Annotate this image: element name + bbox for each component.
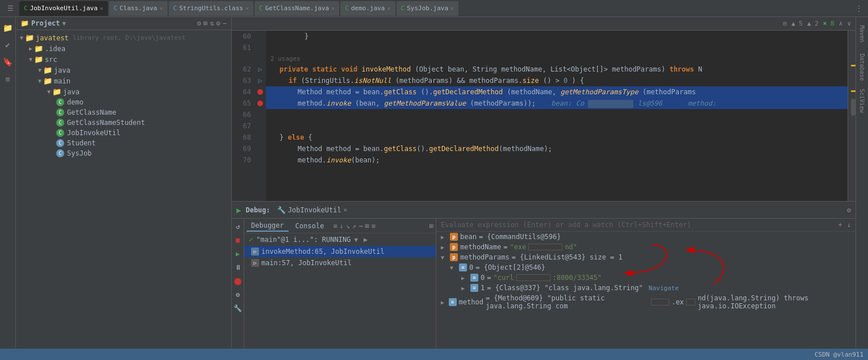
expand-icon[interactable]: ∧ [839, 20, 843, 27]
project-dropdown-icon[interactable]: ▼ [62, 20, 66, 27]
project-icon[interactable]: 📁 [2, 22, 14, 34]
editor-scrollbar[interactable] [848, 31, 856, 201]
tab-close-icon[interactable]: ✕ [245, 5, 249, 11]
debug-pause-icon[interactable]: ⏸ [232, 262, 244, 273]
minus-icon[interactable]: − [223, 19, 227, 27]
tab-class[interactable]: C Class.java ✕ [109, 1, 168, 16]
var-eq-arr0: = {Object[2]@546} [475, 263, 545, 271]
tree-java-top[interactable]: ▼ 📁 java [16, 65, 231, 76]
expand-methodname-icon[interactable]: ▶ [441, 244, 448, 250]
var-methodname[interactable]: ▶ p methodName = "exe nd" [436, 242, 856, 252]
line-num-65: 65 [235, 98, 251, 109]
debug-resume-icon[interactable]: ▶ [232, 248, 244, 259]
breakpoint-65-icon[interactable] [257, 101, 263, 106]
tab-close-icon[interactable]: ✕ [160, 5, 163, 11]
evaluate-icon[interactable]: ⊞ [365, 222, 369, 230]
debug-get-thread-icon[interactable]: ⚙ [232, 289, 244, 300]
debug-gear-icon[interactable]: ⚙ [847, 206, 851, 214]
expand-eval-icon[interactable]: ↓ [847, 221, 851, 229]
tab-label: JobInvokeUtil.java [30, 5, 98, 12]
tree-getclassnamestu[interactable]: C GetClassNameStudent [16, 118, 231, 128]
debug-run-icon[interactable]: ▶ [236, 206, 241, 215]
sidebar-toggle-icon[interactable]: ☰ [2, 0, 18, 17]
tree-root[interactable]: ▼ 📁 javatest library root, D:\java\javat… [16, 32, 231, 43]
filter-list-icon[interactable]: ≡ [333, 222, 337, 230]
maven-label[interactable]: Maven [859, 25, 865, 42]
more-tabs-icon[interactable]: ⋮ [852, 5, 866, 12]
tab-sysjob[interactable]: C SysJob.java ✕ [397, 1, 459, 16]
tab-getclassname[interactable]: C GetClassName.java ✕ [254, 1, 339, 16]
tab-debugger[interactable]: Debugger [247, 220, 289, 232]
right-panel: Maven Database SciView [856, 17, 868, 349]
debug-settings-icon[interactable]: 🔧 [232, 303, 244, 314]
var-icon-methodname: p [450, 243, 458, 251]
thread-filter-icon[interactable]: ▼ [354, 236, 358, 244]
debug-rerun-icon[interactable]: ↺ [232, 221, 244, 232]
tree-demo[interactable]: C demo [16, 97, 231, 107]
tree-getclassname[interactable]: C GetClassName [16, 107, 231, 118]
structure-icon[interactable]: ≡ [2, 73, 14, 85]
tab-console[interactable]: Console [291, 221, 329, 231]
gear-icon[interactable]: ⚙ [216, 19, 220, 27]
line-num-62: 62 [235, 64, 251, 75]
debug-mute-icon[interactable]: ⬤ [232, 275, 244, 287]
var-method[interactable]: ▶ ≡ method = {Method@609} "public static… [436, 293, 856, 311]
breakpoint-64-icon[interactable] [257, 89, 263, 95]
var-arr0-1[interactable]: ▶ ≡ 1 = {Class@337} "class java.lang.Str… [436, 283, 856, 293]
database-label[interactable]: Database [859, 53, 865, 81]
warning-badge[interactable]: ▲ 5 [791, 20, 803, 27]
var-arr0[interactable]: ▼ ≡ 0 = {Object[2]@546} [436, 262, 856, 273]
tab-stringutils[interactable]: C StringUtils.class ✕ [169, 1, 253, 16]
tree-main[interactable]: ▼ 📁 main [16, 76, 231, 86]
scview-label[interactable]: SciView [859, 89, 865, 112]
settings-icon[interactable]: ⚙ [197, 19, 201, 27]
tree-jobinvokeutil[interactable]: C JobInvokeUtil [16, 128, 231, 138]
tree-idea[interactable]: ▶ 📁 .idea [16, 43, 231, 54]
code-line-67 [266, 120, 848, 132]
tab-demo[interactable]: C demo.java ✕ [340, 1, 395, 16]
tab-jobinvokeutil[interactable]: C JobInvokeUtil.java ✕ [19, 1, 108, 16]
debug-session-close-icon[interactable]: ✕ [344, 206, 348, 214]
navigate-link[interactable]: Navigate [649, 284, 679, 292]
check-badge[interactable]: ✖ 8 [823, 20, 834, 27]
var-methodparams[interactable]: ▼ p methodParams = {LinkedList@543} size… [436, 252, 856, 262]
line-num-61: 61 [235, 42, 251, 53]
step-into-icon[interactable]: ↘ [346, 222, 350, 230]
var-bean[interactable]: ▶ p bean = {CommandUtils@596} [436, 232, 856, 242]
stack-frames: ▷ invokeMethod:65, JobInvokeUtil ▷ main:… [244, 246, 436, 349]
collapse-icon[interactable]: ∨ [847, 20, 851, 27]
tab-close-icon[interactable]: ✕ [331, 5, 335, 11]
expand-arr0-0-icon[interactable]: ▶ [461, 275, 468, 281]
tree-java-main[interactable]: ▼ 📁 java [16, 86, 231, 97]
layout-icon[interactable]: ⊞ [203, 19, 207, 27]
debug-stop-icon[interactable]: ■ [232, 235, 244, 246]
error-badge[interactable]: ▲ 2 [807, 20, 819, 27]
bookmark-icon[interactable]: 🔖 [2, 56, 14, 68]
expand-debug-icon[interactable]: ⊞ [429, 222, 433, 230]
run-to-cursor-icon[interactable]: → [358, 222, 362, 230]
tree-src[interactable]: ▼ 📁 src [16, 54, 231, 65]
split-view-icon[interactable]: ⊟ [783, 20, 787, 27]
expand-methodparams-icon[interactable]: ▼ [441, 254, 448, 261]
tab-close-icon[interactable]: ✕ [100, 5, 103, 11]
tree-student[interactable]: C Student [16, 138, 231, 148]
tab-class-icon: C [173, 5, 177, 12]
tree-sysjob[interactable]: C SysJob [16, 148, 231, 158]
frame-item-1[interactable]: ▷ main:57, JobInvokeUtil [244, 257, 436, 269]
tab-close-icon[interactable]: ✕ [387, 5, 391, 11]
add-watch-icon[interactable]: + [838, 221, 842, 229]
thread-settings-icon[interactable]: ▶ [364, 236, 368, 244]
expand-method-icon[interactable]: ▶ [441, 299, 446, 305]
expand-arr0-1-icon[interactable]: ▶ [461, 285, 468, 291]
commit-icon[interactable]: ✔ [2, 39, 14, 51]
tab-close-icon[interactable]: ✕ [450, 5, 454, 11]
gutter-60 [254, 31, 266, 42]
frame-item-0[interactable]: ▷ invokeMethod:65, JobInvokeUtil [244, 246, 436, 257]
sort-icon[interactable]: ⇅ [210, 19, 214, 27]
expand-arr0-icon[interactable]: ▼ [450, 265, 457, 271]
settings-icon2[interactable]: ≡ [372, 222, 375, 230]
var-arr0-0[interactable]: ▶ ≡ 0 = "curl :8000/33345" [436, 273, 856, 283]
expand-bean-icon[interactable]: ▶ [441, 234, 448, 240]
step-over-icon[interactable]: ↓ [340, 222, 344, 230]
step-out-icon[interactable]: ↗ [352, 222, 356, 230]
